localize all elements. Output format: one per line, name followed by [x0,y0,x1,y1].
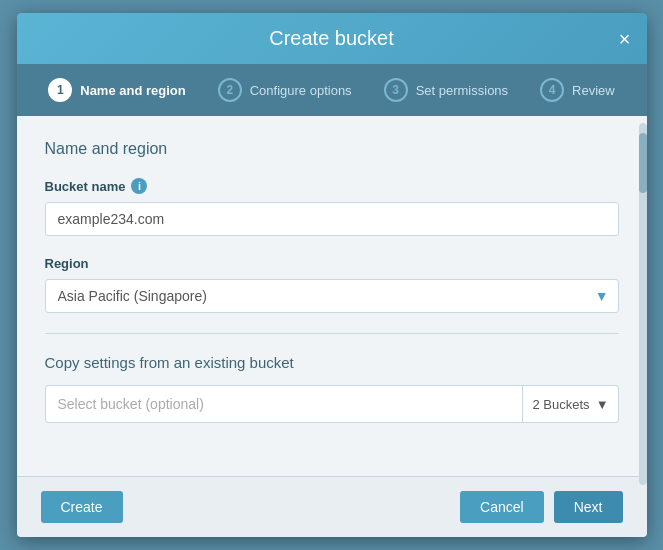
cancel-button[interactable]: Cancel [460,491,544,523]
create-button[interactable]: Create [41,491,123,523]
section-divider [45,333,619,334]
region-label: Region [45,256,619,271]
step-4-label: Review [572,83,615,98]
region-select[interactable]: Asia Pacific (Singapore) US East (N. Vir… [45,279,619,313]
bucket-name-label: Bucket name i [45,178,619,194]
steps-bar: 1 Name and region 2 Configure options 3 … [17,64,647,116]
step-2-circle: 2 [218,78,242,102]
next-button[interactable]: Next [554,491,623,523]
bucket-name-input[interactable] [45,202,619,236]
step-3-label: Set permissions [416,83,508,98]
dialog-title: Create bucket [269,27,394,50]
step-1-circle: 1 [48,78,72,102]
bucket-name-info-icon[interactable]: i [131,178,147,194]
step-4[interactable]: 4 Review [540,78,615,102]
dialog-footer: Create Cancel Next [17,476,647,537]
section-title: Name and region [45,140,619,158]
bucket-select-wrapper: Select bucket (optional) 2 Buckets ▼ [45,385,619,423]
step-1-label: Name and region [80,83,185,98]
step-2[interactable]: 2 Configure options [218,78,352,102]
scrollbar-thumb[interactable] [639,133,647,193]
dialog-body: Name and region Bucket name i Region Asi… [17,116,647,476]
step-4-circle: 4 [540,78,564,102]
bucket-name-group: Bucket name i [45,178,619,236]
close-button[interactable]: × [619,29,631,49]
copy-settings-title: Copy settings from an existing bucket [45,354,619,371]
bucket-select[interactable]: Select bucket (optional) [45,385,619,423]
scrollbar-track[interactable] [639,123,647,485]
footer-right-buttons: Cancel Next [460,491,622,523]
step-3-circle: 3 [384,78,408,102]
create-bucket-dialog: Create bucket × 1 Name and region 2 Conf… [17,13,647,537]
step-2-label: Configure options [250,83,352,98]
region-select-wrapper: Asia Pacific (Singapore) US East (N. Vir… [45,279,619,313]
step-1[interactable]: 1 Name and region [48,78,185,102]
region-group: Region Asia Pacific (Singapore) US East … [45,256,619,313]
dialog-header: Create bucket × [17,13,647,64]
step-3[interactable]: 3 Set permissions [384,78,508,102]
